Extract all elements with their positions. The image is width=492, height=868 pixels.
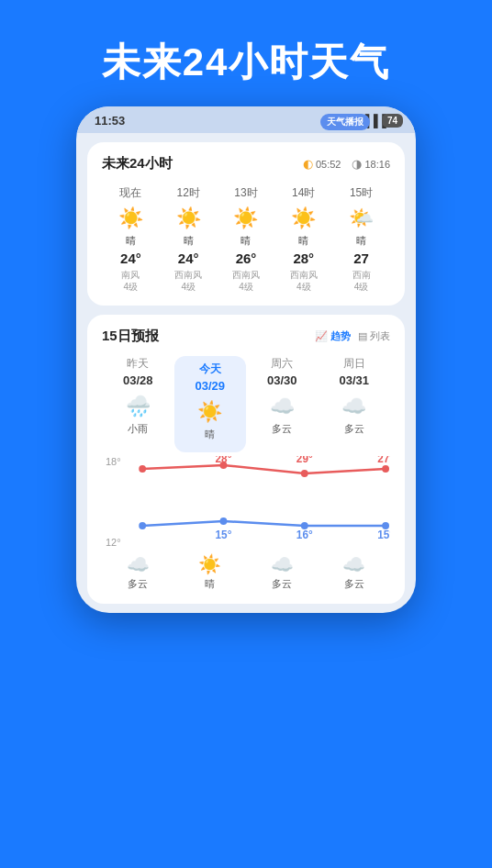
bottom-desc: 多云 xyxy=(102,577,174,591)
dot-high-1 xyxy=(139,465,146,473)
hour-wind: 西南4级 xyxy=(332,269,390,293)
hour-temp: 24° xyxy=(160,250,218,266)
toggle-trend[interactable]: 📈 趋势 xyxy=(315,329,351,343)
day-col-2: 周六 03/30 ☁️ 多云 xyxy=(246,356,319,452)
day-icon: 🌧️ xyxy=(102,395,174,418)
hour-wind: 西南风4级 xyxy=(218,269,275,293)
svg-text:16°: 16° xyxy=(296,529,313,541)
card-15d-header: 15日预报 📈 趋势 ▤ 列表 xyxy=(102,328,390,345)
day-icon: ☁️ xyxy=(246,395,319,418)
day-desc: 晴 xyxy=(174,428,247,441)
bottom-day-0: ☁️ 多云 xyxy=(102,553,174,591)
bottom-icon: ☁️ xyxy=(102,553,174,575)
trend-icon: 📈 xyxy=(315,330,328,342)
temp-top: 18° xyxy=(106,456,133,467)
app-background: 未来24小时天气 11:53 ▐▐▐ ⌾ 天气播报 74 未来24小时 ◐ 05… xyxy=(0,0,492,868)
side-temps: 18° 12° xyxy=(106,456,133,548)
hour-temp: 27 xyxy=(332,250,390,266)
hour-desc: 晴 xyxy=(274,234,332,248)
hour-label: 15时 xyxy=(332,185,390,201)
hour-item-0: 现在 ☀️ 晴 24° 南风4级 xyxy=(102,185,160,293)
hour-label: 14时 xyxy=(274,185,332,201)
sunrise-icon: ◐ xyxy=(303,157,313,171)
sunrise: ◐ 05:52 xyxy=(303,157,341,171)
day-icon: ☁️ xyxy=(319,395,391,418)
dot-high-3 xyxy=(301,470,308,477)
bottom-day-3: ☁️ 多云 xyxy=(319,553,391,591)
hour-item-3: 14时 ☀️ 晴 28° 西南风4级 xyxy=(274,185,332,293)
weather-badge: 天气播报 xyxy=(320,114,370,130)
card-24h: 未来24小时 ◐ 05:52 ◑ 18:16 现在 ☀️ 晴 24° 南风4级 xyxy=(87,142,405,306)
hour-label: 13时 xyxy=(218,185,275,201)
day-col-0: 昨天 03/28 🌧️ 小雨 xyxy=(102,356,174,452)
sunrise-time: 05:52 xyxy=(316,159,341,170)
day-col-3: 周日 03/31 ☁️ 多云 xyxy=(319,356,391,452)
day-col-1: 今天 03/29 ☀️ 晴 xyxy=(174,356,247,452)
toggle-list[interactable]: ▤ 列表 xyxy=(358,329,390,343)
main-title: 未来24小时天气 xyxy=(0,0,492,106)
dot-low-2 xyxy=(220,517,228,525)
sunset-time: 18:16 xyxy=(364,159,390,170)
phone-mockup: 11:53 ▐▐▐ ⌾ 天气播报 74 未来24小时 ◐ 05:52 ◑ xyxy=(76,106,416,613)
sun-times: ◐ 05:52 ◑ 18:16 xyxy=(303,157,390,171)
day-name: 今天 xyxy=(174,362,247,377)
card-15d-title: 15日预报 xyxy=(102,328,159,345)
day-name: 周六 xyxy=(246,356,319,372)
day-name: 周日 xyxy=(319,356,391,372)
day-name: 昨天 xyxy=(102,356,174,372)
hour-item-1: 12时 ☀️ 晴 24° 西南风4级 xyxy=(160,185,218,293)
hour-desc: 晴 xyxy=(160,234,218,248)
days-grid-top: 昨天 03/28 🌧️ 小雨 今天 03/29 ☀️ 晴 周六 03/30 ☁️… xyxy=(102,356,390,452)
dot-high-4 xyxy=(382,465,389,473)
day-desc: 小雨 xyxy=(102,422,174,436)
hour-desc: 晴 xyxy=(102,234,160,248)
bottom-day-1: ☀️ 晴 xyxy=(174,553,247,591)
bottom-desc: 晴 xyxy=(174,577,247,591)
hour-label: 现在 xyxy=(102,185,160,201)
battery-badge: 74 xyxy=(382,114,403,128)
day-date: 03/31 xyxy=(319,373,391,387)
sunset: ◑ 18:16 xyxy=(352,157,390,171)
temp-bottom: 12° xyxy=(106,537,133,548)
svg-text:15°: 15° xyxy=(216,529,232,541)
hour-temp: 26° xyxy=(218,250,275,266)
day-date: 03/28 xyxy=(102,373,174,387)
hour-icon: 🌤️ xyxy=(332,206,390,230)
hour-desc: 晴 xyxy=(332,234,390,248)
hour-label: 12时 xyxy=(160,185,218,201)
view-toggle: 📈 趋势 ▤ 列表 xyxy=(315,329,390,343)
hour-wind: 南风4级 xyxy=(102,269,160,293)
hour-wind: 西南风4级 xyxy=(160,269,218,293)
card-15d: 15日预报 📈 趋势 ▤ 列表 昨天 03/28 🌧️ 小雨 xyxy=(87,315,405,604)
bottom-desc: 多云 xyxy=(319,577,391,591)
chart-area: 18° 12° xyxy=(102,456,390,548)
card-24h-header: 未来24小时 ◐ 05:52 ◑ 18:16 xyxy=(102,155,390,172)
hour-temp: 28° xyxy=(274,250,332,266)
card-24h-title: 未来24小时 xyxy=(102,155,173,172)
bottom-day-2: ☁️ 多云 xyxy=(246,553,319,591)
sunset-icon: ◑ xyxy=(352,157,362,171)
bottom-icon: ☀️ xyxy=(174,553,247,575)
hour-icon: ☀️ xyxy=(218,206,275,230)
status-time: 11:53 xyxy=(95,114,125,128)
temp-chart-svg: 28° 29° 27° 15° 16° 15° xyxy=(102,456,390,548)
bottom-icon: ☁️ xyxy=(246,553,319,575)
day-date: 03/29 xyxy=(174,379,247,393)
svg-text:27°: 27° xyxy=(377,456,390,465)
hour-icon: ☀️ xyxy=(160,206,218,230)
hour-temp: 24° xyxy=(102,250,160,266)
day-date: 03/30 xyxy=(246,373,319,387)
day-desc: 多云 xyxy=(319,422,391,436)
bottom-icon: ☁️ xyxy=(319,553,391,575)
list-label: 列表 xyxy=(370,329,390,343)
day-desc: 多云 xyxy=(246,422,319,436)
dot-low-1 xyxy=(139,522,146,529)
hour-item-2: 13时 ☀️ 晴 26° 西南风4级 xyxy=(218,185,275,293)
bottom-desc: 多云 xyxy=(246,577,319,591)
svg-text:28°: 28° xyxy=(216,456,232,465)
hour-item-4: 15时 🌤️ 晴 27 西南4级 xyxy=(332,185,390,293)
status-bar: 11:53 ▐▐▐ ⌾ 天气播报 74 xyxy=(76,106,416,133)
days-grid-bottom: ☁️ 多云 ☀️ 晴 ☁️ 多云 ☁️ 多云 xyxy=(102,553,390,591)
hour-icon: ☀️ xyxy=(274,206,332,230)
hour-wind: 西南风4级 xyxy=(274,269,332,293)
